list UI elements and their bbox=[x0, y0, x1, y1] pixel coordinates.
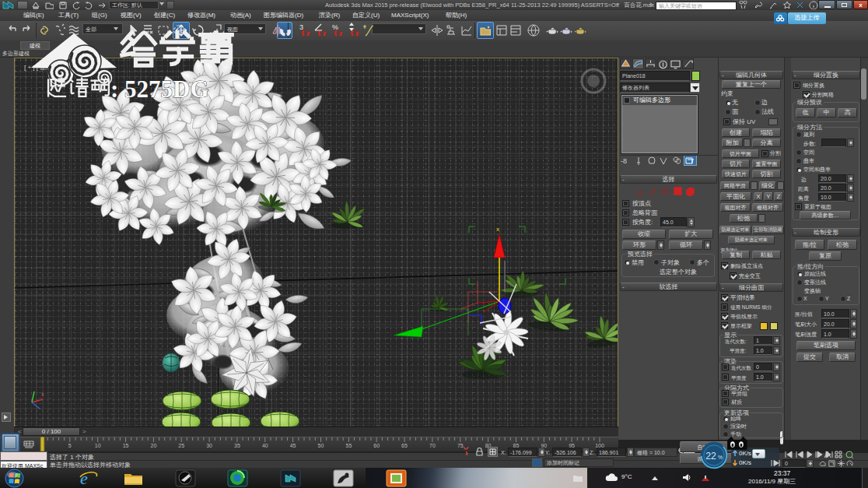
svg-text:: 5275DG: : 5275DG bbox=[110, 75, 209, 103]
